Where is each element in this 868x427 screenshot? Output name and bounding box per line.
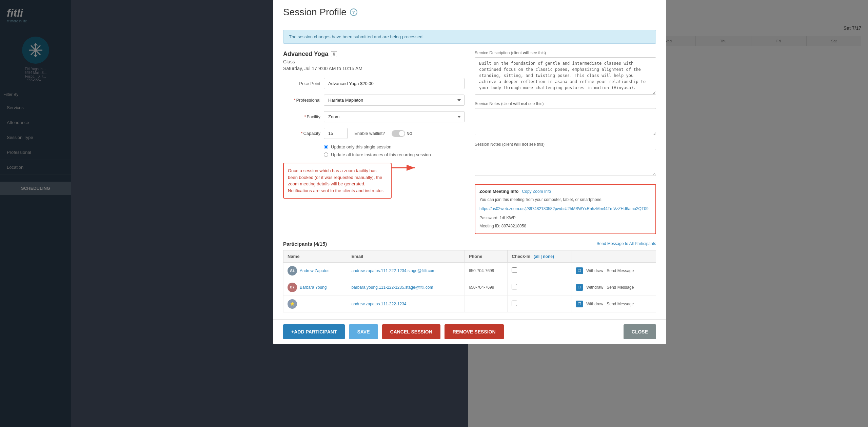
capacity-controls: Enable waitlist? NO: [324, 128, 412, 139]
participant-actions-cell-1: ❐ Withdraw Send Message: [572, 262, 656, 279]
capacity-row: Capacity Enable waitlist? NO: [283, 128, 465, 139]
participant-actions-cell-2: ❐ Withdraw Send Message: [572, 279, 656, 296]
zoom-meeting-id-label: Meeting ID:: [479, 224, 500, 228]
col-phone: Phone: [465, 250, 508, 262]
arrow-area: [392, 163, 419, 173]
col-actions: [572, 250, 656, 262]
toggle-text: NO: [407, 131, 412, 136]
capacity-label: Capacity: [283, 131, 320, 136]
checkin-checkbox-1[interactable]: [512, 267, 517, 273]
service-description-textarea[interactable]: Built on the foundation of gentle and in…: [475, 57, 656, 95]
participant-name-link-1[interactable]: AZ Andrew Zapatos: [288, 266, 343, 276]
withdraw-link-1[interactable]: Withdraw: [586, 268, 603, 273]
participant-phone-cell-1: 650-704-7699: [465, 262, 508, 279]
radio-single[interactable]: [324, 145, 328, 149]
toggle-track[interactable]: [392, 130, 405, 137]
participant-avatar-1: AZ: [288, 266, 297, 276]
zoom-title: Zoom Meeting Info: [479, 189, 519, 194]
facility-select[interactable]: Zoom: [324, 111, 465, 122]
radio-recurring[interactable]: [324, 152, 328, 157]
facility-label: Facility: [283, 114, 320, 119]
participant-email-link-3[interactable]: andrew.zapatos.111-222-1234...: [351, 302, 410, 306]
participant-name-cell: AZ Andrew Zapatos: [283, 262, 347, 279]
annotation-text: Once a session which has a zoom facility…: [283, 163, 392, 199]
table-row: AZ Andrew Zapatos andrew.zapatos.111-222…: [283, 262, 656, 279]
save-button[interactable]: SAVE: [349, 324, 378, 339]
participant-name-cell-3: ⭐: [283, 296, 347, 312]
radio-options: Update only this single session Update a…: [283, 144, 465, 157]
professional-label: Professional: [283, 98, 320, 103]
zoom-copy-link[interactable]: Copy Zoom Info: [522, 189, 551, 194]
participants-header: Participants (4/15) Send Message to All …: [283, 241, 656, 247]
zoom-scrollable[interactable]: You can join this meeting from your comp…: [479, 197, 651, 229]
participant-phone-cell-3: [465, 296, 508, 312]
file-icon-2[interactable]: ❐: [576, 284, 583, 291]
checkin-checkbox-2[interactable]: [512, 284, 517, 289]
participant-checkin-cell-2: [508, 279, 572, 296]
waitlist-toggle[interactable]: NO: [392, 130, 412, 137]
status-banner: The session changes have been submitted …: [283, 30, 656, 44]
col-checkin: Check-In (all | none): [508, 250, 572, 262]
add-participant-button[interactable]: +ADD PARTICIPANT: [283, 324, 345, 339]
action-links-1: ❐ Withdraw Send Message: [576, 267, 652, 274]
session-type: Class: [283, 59, 465, 64]
price-point-input[interactable]: [324, 78, 465, 89]
participant-avatar-3: ⭐: [288, 299, 297, 309]
radio-recurring-label: Update all future instances of this recu…: [331, 152, 431, 157]
file-icon-3[interactable]: ❐: [576, 301, 583, 307]
cancel-session-button[interactable]: CANCEL SESSION: [382, 324, 440, 339]
service-notes-label: Service Notes (client will not see this): [475, 101, 656, 106]
service-notes-field: Service Notes (client will not see this): [475, 101, 656, 137]
right-column: Service Description (client will see thi…: [475, 50, 656, 234]
session-notes-label: Session Notes (client will not see this): [475, 142, 656, 147]
col-email: Email: [347, 250, 465, 262]
modal-header: Session Profile ?: [273, 0, 666, 23]
professional-select[interactable]: Harrieta Mapleton: [324, 95, 465, 106]
annotation-container: Once a session which has a zoom facility…: [283, 163, 465, 199]
footer-left-buttons: +ADD PARTICIPANT SAVE CANCEL SESSION REM…: [283, 324, 504, 339]
participant-checkin-cell-3: [508, 296, 572, 312]
zoom-join-text: You can join this meeting from your comp…: [479, 197, 651, 229]
service-description-field: Service Description (client will see thi…: [475, 50, 656, 96]
modal-title: Session Profile: [283, 7, 347, 18]
checkin-all-link[interactable]: all: [535, 254, 539, 259]
price-point-row: Price Point: [283, 78, 465, 89]
help-icon[interactable]: ?: [350, 8, 357, 16]
waitlist-label: Enable waitlist?: [354, 131, 385, 136]
red-arrow-icon: [392, 163, 419, 173]
participant-avatar-2: BY: [288, 283, 297, 292]
radio-single-label: Update only this single session: [331, 144, 392, 149]
checkin-all-none: (all | none): [534, 254, 554, 259]
file-icon-1[interactable]: ❐: [576, 267, 583, 274]
remove-session-button[interactable]: REMOVE SESSION: [445, 324, 504, 339]
zoom-password-label: Password:: [479, 216, 498, 220]
send-message-all-link[interactable]: Send Message to All Participants: [597, 241, 656, 246]
participants-title: Participants (4/15): [283, 241, 327, 247]
checkin-checkbox-3[interactable]: [512, 301, 517, 306]
withdraw-link-3[interactable]: Withdraw: [586, 302, 603, 306]
capacity-input[interactable]: [324, 128, 348, 139]
facility-row: Facility Zoom: [283, 111, 465, 122]
zoom-info-box: Zoom Meeting Info Copy Zoom Info You can…: [475, 184, 656, 234]
modal-footer: +ADD PARTICIPANT SAVE CANCEL SESSION REM…: [273, 319, 666, 344]
participant-email-link-2[interactable]: barbara.young.111-222-1235.stage@fitli.c…: [351, 285, 433, 290]
close-button[interactable]: CLOSE: [624, 324, 656, 339]
participant-name-link-2[interactable]: BY Barbara Young: [288, 283, 343, 292]
zoom-url-link[interactable]: https://us02web.zoom.us/j/89748218058?pw…: [479, 206, 649, 211]
session-name: Advanced Yoga ⎘: [283, 50, 465, 58]
checkin-none-link[interactable]: none: [543, 254, 553, 259]
send-message-link-2[interactable]: Send Message: [607, 285, 634, 290]
service-notes-textarea[interactable]: [475, 108, 656, 135]
participant-email-cell-3: andrew.zapatos.111-222-1234...: [347, 296, 465, 312]
send-message-link-3[interactable]: Send Message: [607, 302, 634, 306]
participant-name-link-3[interactable]: ⭐: [288, 299, 343, 309]
toggle-knob: [399, 131, 405, 136]
session-notes-field: Session Notes (client will not see this): [475, 142, 656, 177]
withdraw-link-2[interactable]: Withdraw: [586, 285, 603, 290]
radio-single-row: Update only this single session: [324, 144, 465, 149]
send-message-link-1[interactable]: Send Message: [607, 268, 634, 273]
copy-icon[interactable]: ⎘: [331, 51, 337, 57]
session-notes-textarea[interactable]: [475, 149, 656, 176]
service-description-label: Service Description (client will see thi…: [475, 50, 656, 55]
participant-email-link-1[interactable]: andrew.zapatos.111-222-1234.stage@fitli.…: [351, 268, 435, 273]
